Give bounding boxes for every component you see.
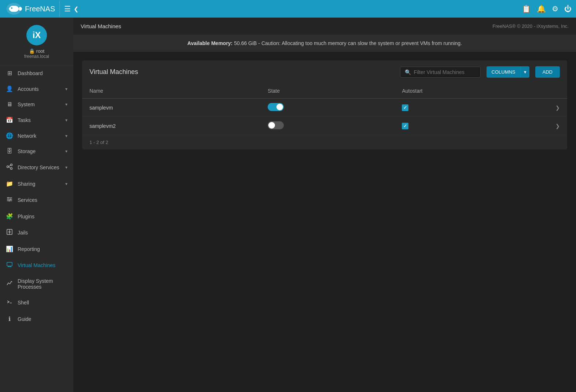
system-icon: 🖥 <box>6 101 13 108</box>
vm-name: samplevm2 <box>82 117 260 135</box>
svg-point-4 <box>11 168 12 170</box>
dashboard-icon: ⊞ <box>6 70 13 77</box>
jails-icon <box>6 229 13 237</box>
search-box[interactable]: 🔍 <box>400 67 481 78</box>
sidebar-item-dashboard[interactable]: ⊞ Dashboard <box>0 65 73 81</box>
sidebar-item-label: Virtual Machines <box>18 262 67 268</box>
svg-rect-16 <box>7 262 12 266</box>
sidebar-item-label: Jails <box>18 230 67 236</box>
nav-collapse-icon[interactable]: ❮ <box>74 5 78 12</box>
state-toggle-on[interactable] <box>268 103 284 111</box>
sidebar-item-label: Guide <box>18 316 67 322</box>
sidebar-item-virtual-machines[interactable]: Virtual Machines <box>0 257 73 274</box>
page-title: Virtual Machines <box>81 23 121 29</box>
vm-name: samplevm <box>82 99 260 117</box>
sidebar-item-guide[interactable]: ℹ Guide <box>0 311 73 327</box>
sidebar-item-services[interactable]: Services <box>0 192 73 208</box>
add-button[interactable]: ADD <box>535 66 560 78</box>
sidebar-item-plugins[interactable]: 🧩 Plugins <box>0 208 73 224</box>
sidebar: iX 🔒 root freenas.local ⊞ Dashboard 👤 Ac… <box>0 18 73 392</box>
sidebar-item-label: Network <box>18 133 61 139</box>
clipboard-icon[interactable]: 📋 <box>522 4 531 13</box>
hamburger-menu-icon[interactable]: ☰ <box>64 4 71 13</box>
alert-message: 50.66 GiB - Caution: Allocating too much… <box>234 40 462 46</box>
freenas-logo-icon <box>6 2 22 15</box>
toggle-thumb <box>268 122 275 129</box>
topbar: FreeNAS ☰ ❮ 📋 🔔 ⚙ ⏻ <box>0 0 576 18</box>
sidebar-item-sharing[interactable]: 📁 Sharing ▾ <box>0 176 73 192</box>
vm-table: Name State Autostart samplevm <box>82 84 567 135</box>
sidebar-item-label: Accounts <box>18 86 61 92</box>
sidebar-item-label: Display System Processes <box>18 278 67 290</box>
virtual-machines-icon <box>6 261 13 269</box>
sidebar-item-label: Sharing <box>18 181 61 187</box>
vm-state[interactable] <box>260 117 395 135</box>
shell-icon <box>6 299 13 307</box>
services-icon <box>6 196 13 204</box>
sidebar-item-label: System <box>18 101 61 107</box>
col-header-state: State <box>260 84 395 99</box>
directory-services-icon <box>6 163 13 171</box>
sidebar-item-label: Storage <box>18 148 61 154</box>
page-header: Virtual Machines FreeNAS® © 2020 - iXsys… <box>73 18 576 35</box>
sidebar-item-reporting[interactable]: 📊 Reporting <box>0 241 73 257</box>
avatar: iX <box>26 25 47 45</box>
chevron-down-icon: ▾ <box>65 181 67 186</box>
sidebar-item-label: Directory Services <box>18 164 61 170</box>
sidebar-item-accounts[interactable]: 👤 Accounts ▾ <box>0 81 73 97</box>
sidebar-item-label: Reporting <box>18 246 67 252</box>
sidebar-item-tasks[interactable]: 📅 Tasks ▾ <box>0 112 73 128</box>
chevron-down-icon: ▾ <box>65 118 67 123</box>
sidebar-item-label: Dashboard <box>18 70 67 76</box>
columns-button[interactable]: COLUMNS <box>487 66 521 78</box>
alert-label: Available Memory: <box>187 40 232 46</box>
sidebar-item-system[interactable]: 🖥 System ▾ <box>0 97 73 112</box>
guide-icon: ℹ <box>6 315 13 322</box>
vm-row-arrow[interactable]: ❯ <box>548 117 567 135</box>
search-input[interactable] <box>414 69 473 75</box>
sidebar-profile: iX 🔒 root freenas.local <box>0 18 73 65</box>
sidebar-item-storage[interactable]: 🗄 Storage ▾ <box>0 144 73 159</box>
vm-state[interactable] <box>260 99 395 117</box>
table-body: samplevm <box>82 99 567 135</box>
vm-autostart <box>395 99 548 117</box>
table-header-row: Name State Autostart <box>82 84 567 99</box>
logo: FreeNAS <box>4 1 60 17</box>
chevron-right-icon: ❯ <box>555 105 560 111</box>
chevron-down-icon: ▾ <box>65 86 67 92</box>
sidebar-item-display-system-processes[interactable]: Display System Processes <box>0 274 73 294</box>
settings-icon[interactable]: ⚙ <box>552 4 558 13</box>
state-toggle-off[interactable] <box>268 121 284 129</box>
autostart-checkbox[interactable] <box>402 123 408 129</box>
network-icon: 🌐 <box>6 132 13 139</box>
svg-line-6 <box>9 167 11 168</box>
accounts-icon: 👤 <box>6 85 13 92</box>
tasks-icon: 📅 <box>6 117 13 123</box>
vm-autostart <box>395 117 548 135</box>
main-content: Virtual Machines FreeNAS® © 2020 - iXsys… <box>73 18 576 392</box>
storage-icon: 🗄 <box>6 148 13 155</box>
sidebar-item-label: Plugins <box>18 214 67 219</box>
sidebar-item-label: Tasks <box>18 117 61 123</box>
power-icon[interactable]: ⏻ <box>564 5 572 13</box>
notification-icon[interactable]: 🔔 <box>537 4 546 13</box>
sidebar-item-network[interactable]: 🌐 Network ▾ <box>0 128 73 144</box>
table-row: samplevm <box>82 99 567 117</box>
plugins-icon: 🧩 <box>6 213 13 220</box>
vm-pagination: 1 - 2 of 2 <box>82 135 567 149</box>
vm-row-arrow[interactable]: ❯ <box>548 99 567 117</box>
columns-button-group: COLUMNS ▾ <box>487 66 529 78</box>
table-header: Name State Autostart <box>82 84 567 99</box>
autostart-checkbox[interactable] <box>402 104 408 111</box>
chevron-down-icon: ▾ <box>65 149 67 154</box>
col-header-autostart: Autostart <box>395 84 548 99</box>
col-header-name: Name <box>82 84 260 99</box>
columns-dropdown-button[interactable]: ▾ <box>521 66 529 78</box>
svg-line-5 <box>9 165 11 167</box>
sidebar-item-directory-services[interactable]: Directory Services ▾ <box>0 159 73 176</box>
sidebar-item-shell[interactable]: Shell <box>0 294 73 311</box>
chevron-right-icon: ❯ <box>555 123 560 129</box>
sidebar-item-jails[interactable]: Jails <box>0 224 73 241</box>
vm-card-header: Virtual Machines 🔍 COLUMNS ▾ ADD <box>82 60 567 84</box>
display-system-processes-icon <box>6 280 13 288</box>
